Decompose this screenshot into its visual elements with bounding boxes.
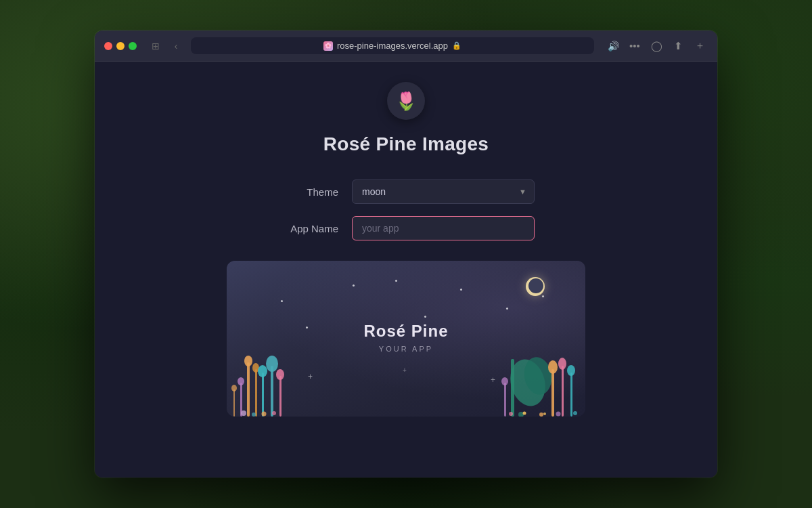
back-icon[interactable]: ‹ <box>168 38 184 54</box>
lock-icon: 🔒 <box>452 41 461 50</box>
star <box>460 289 462 291</box>
svg-point-32 <box>556 412 561 417</box>
more-options-icon[interactable]: ••• <box>627 38 643 54</box>
minimize-button[interactable] <box>116 42 125 50</box>
svg-point-24 <box>558 358 566 370</box>
preview-main-title: Rosé Pine <box>363 322 448 341</box>
plants-svg: + + + <box>227 349 585 417</box>
svg-point-15 <box>252 412 256 417</box>
right-plants <box>501 355 577 417</box>
star <box>395 280 397 282</box>
profile-icon[interactable]: ◯ <box>648 38 664 54</box>
theme-row: Theme main moon dawn ▼ <box>277 179 535 204</box>
svg-point-26 <box>567 365 575 376</box>
theme-select-wrapper: main moon dawn ▼ <box>352 179 535 204</box>
form-section: Theme main moon dawn ▼ App Name <box>277 179 535 240</box>
tab-grid-icon[interactable]: ⊞ <box>148 38 164 54</box>
browser-controls: ⊞ ‹ <box>148 38 184 54</box>
preview-moon <box>526 277 545 296</box>
svg-rect-10 <box>233 389 235 417</box>
svg-point-33 <box>573 411 577 415</box>
theme-label: Theme <box>277 186 338 198</box>
page-content: 🌷 Rosé Pine Images Theme main moon dawn … <box>95 62 717 478</box>
browser-window: ⊞ ‹ 🌸 rose-pine-images.vercel.app 🔒 🔊 ••… <box>95 30 717 478</box>
page-title: Rosé Pine Images <box>323 133 489 155</box>
svg-point-29 <box>509 412 513 416</box>
share-icon[interactable]: ⬆ <box>670 38 686 54</box>
plants-container: + + + <box>227 349 585 417</box>
svg-rect-25 <box>570 373 572 417</box>
theme-select[interactable]: main moon dawn <box>352 179 535 204</box>
svg-text:+: + <box>491 375 495 385</box>
star <box>424 316 426 318</box>
star <box>506 308 508 310</box>
svg-point-14 <box>241 410 246 416</box>
address-bar[interactable]: 🌸 rose-pine-images.vercel.app 🔒 <box>191 37 594 54</box>
new-tab-icon[interactable]: ＋ <box>692 38 708 54</box>
svg-rect-0 <box>247 362 250 417</box>
browser-actions: 🔊 ••• ◯ ⬆ ＋ <box>605 38 708 54</box>
svg-point-7 <box>238 377 244 385</box>
preview-card: Rosé Pine YOUR APP <box>227 261 585 417</box>
svg-point-1 <box>244 356 252 366</box>
svg-rect-4 <box>262 373 264 417</box>
maximize-button[interactable] <box>129 42 137 50</box>
star <box>542 295 544 297</box>
svg-point-16 <box>262 412 267 417</box>
svg-rect-2 <box>255 369 257 417</box>
app-name-input[interactable] <box>352 216 535 240</box>
star <box>281 300 283 302</box>
svg-rect-23 <box>562 366 564 417</box>
svg-rect-27 <box>504 383 506 417</box>
preview-title-area: Rosé Pine YOUR APP <box>363 322 448 353</box>
left-plants <box>231 356 284 417</box>
svg-point-17 <box>272 411 276 415</box>
app-name-row: App Name <box>277 216 535 240</box>
favicon: 🌸 <box>323 41 333 51</box>
svg-point-28 <box>501 377 508 385</box>
svg-rect-8 <box>271 366 273 417</box>
browser-chrome: ⊞ ‹ 🌸 rose-pine-images.vercel.app 🔒 🔊 ••… <box>95 30 717 62</box>
star <box>353 284 355 287</box>
app-name-label: App Name <box>277 223 338 234</box>
logo-emoji: 🌷 <box>395 91 417 112</box>
svg-point-22 <box>548 360 558 374</box>
svg-point-13 <box>276 369 284 380</box>
traffic-lights <box>104 42 137 50</box>
svg-point-5 <box>258 365 267 377</box>
svg-point-9 <box>266 356 278 372</box>
svg-point-35 <box>543 412 546 415</box>
star <box>306 326 308 329</box>
svg-text:+: + <box>308 372 313 381</box>
close-button[interactable] <box>104 42 112 50</box>
svg-text:+: + <box>403 366 407 374</box>
volume-icon[interactable]: 🔊 <box>605 38 621 54</box>
url-text: rose-pine-images.vercel.app <box>337 41 448 51</box>
svg-rect-21 <box>551 369 554 417</box>
app-logo: 🌷 <box>387 82 425 120</box>
svg-point-11 <box>231 385 237 391</box>
svg-rect-12 <box>279 376 281 417</box>
svg-point-34 <box>523 412 526 415</box>
svg-point-31 <box>539 412 543 417</box>
